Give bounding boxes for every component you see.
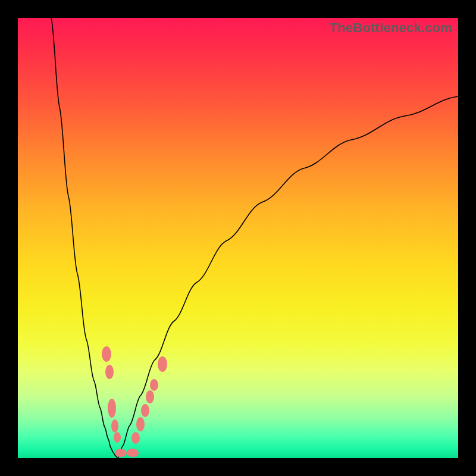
data-marker	[146, 390, 154, 403]
data-marker	[115, 449, 127, 457]
curve-right-branch	[118, 96, 458, 458]
data-marker	[150, 379, 158, 391]
chart-plot-area: TheBottleneck.com	[18, 18, 458, 458]
markers-group	[102, 346, 167, 457]
data-marker	[111, 419, 118, 433]
data-marker	[131, 432, 140, 444]
data-marker	[136, 417, 145, 431]
data-marker	[141, 404, 149, 417]
data-marker	[114, 432, 121, 443]
data-marker	[158, 356, 167, 372]
data-marker	[102, 346, 111, 362]
data-marker	[105, 365, 114, 379]
chart-svg	[18, 18, 458, 458]
data-marker	[127, 449, 139, 457]
data-marker	[108, 399, 116, 418]
curve-left-branch	[51, 18, 118, 458]
